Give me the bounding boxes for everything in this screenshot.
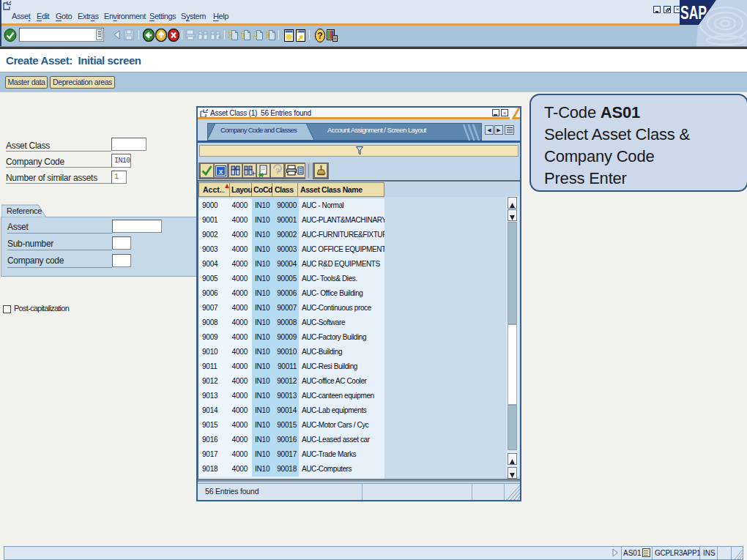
- svg-text:SAP: SAP: [680, 2, 707, 23]
- svg-text:?: ?: [317, 31, 322, 41]
- svg-text:?: ?: [275, 167, 280, 176]
